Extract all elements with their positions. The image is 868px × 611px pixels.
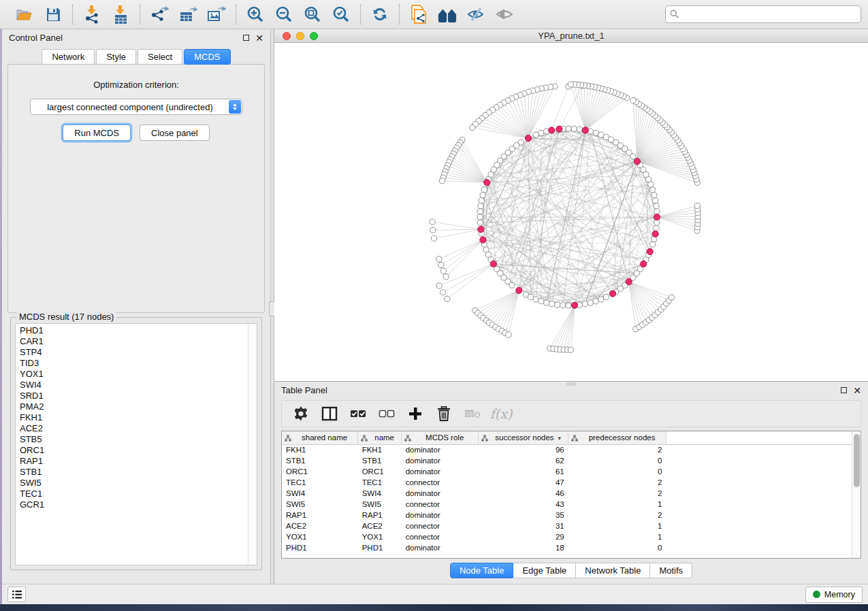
search-input[interactable] <box>665 5 861 23</box>
close-panel-button[interactable]: Close panel <box>140 125 210 141</box>
memory-label: Memory <box>824 590 855 599</box>
column-header-predecessor-nodes[interactable]: predecessor nodes <box>568 431 666 444</box>
table-scrollbar[interactable] <box>852 431 861 558</box>
result-node-item[interactable]: YOX1 <box>20 369 248 380</box>
mcds-hub-node[interactable] <box>626 279 632 285</box>
result-node-item[interactable]: ACE2 <box>20 423 248 434</box>
select-stepper-icon <box>229 100 241 114</box>
table-panel-grip[interactable] <box>566 382 576 386</box>
memory-button[interactable]: Memory <box>805 587 863 603</box>
zoom-out-icon[interactable] <box>274 5 293 24</box>
result-node-item[interactable]: PMA2 <box>20 401 248 412</box>
column-header-MCDS-role[interactable]: MCDS role <box>402 431 479 444</box>
table-row[interactable]: FKH1FKH1dominator962 <box>282 444 852 455</box>
columns-icon[interactable] <box>321 406 338 422</box>
mcds-hub-node[interactable] <box>549 127 555 133</box>
result-node-item[interactable]: ORC1 <box>20 445 248 456</box>
mcds-hub-node[interactable] <box>582 127 588 133</box>
mcds-hub-node[interactable] <box>641 261 647 267</box>
tab-node-table[interactable]: Node Table <box>450 563 514 578</box>
close-table-panel-icon[interactable]: ✕ <box>853 387 861 394</box>
result-node-item[interactable]: CAR1 <box>20 336 248 347</box>
result-node-item[interactable]: RAP1 <box>20 456 248 467</box>
tab-mcds[interactable]: MCDS <box>184 49 230 65</box>
mcds-hub-node[interactable] <box>572 302 578 308</box>
table-row[interactable]: SWI4SWI4dominator462 <box>282 488 852 499</box>
table-row[interactable]: YOX1YOX1connector291 <box>282 531 852 542</box>
mcds-hub-node[interactable] <box>634 159 640 165</box>
settings-gear-icon[interactable] <box>293 406 309 422</box>
delete-column-icon[interactable] <box>436 406 452 422</box>
save-icon[interactable] <box>44 5 63 24</box>
column-header-name[interactable]: name <box>358 431 402 444</box>
table-row[interactable]: ORC1ORC1dominator610 <box>282 466 852 477</box>
export-image-icon[interactable] <box>207 5 226 24</box>
tab-edge-table[interactable]: Edge Table <box>513 563 576 578</box>
result-list-scrollbar[interactable] <box>248 324 257 565</box>
zoom-fit-icon[interactable] <box>303 5 322 24</box>
close-panel-icon[interactable]: ✕ <box>255 35 263 42</box>
network-view[interactable] <box>274 43 868 381</box>
result-node-item[interactable]: STB5 <box>20 434 248 445</box>
refresh-layout-icon[interactable] <box>370 5 389 24</box>
deselect-all-icon[interactable] <box>379 406 395 422</box>
mcds-hub-node[interactable] <box>480 237 486 243</box>
mcds-hub-node[interactable] <box>478 227 484 233</box>
select-all-icon[interactable] <box>350 406 366 422</box>
result-node-item[interactable]: GCR1 <box>20 499 248 510</box>
result-node-item[interactable]: PHD1 <box>20 325 248 336</box>
zoom-selected-icon[interactable] <box>332 5 351 24</box>
table-row[interactable]: PHD1PHD1dominator180 <box>282 542 852 553</box>
export-table-icon[interactable] <box>178 5 197 24</box>
float-table-panel-icon[interactable] <box>841 387 847 393</box>
result-node-item[interactable]: SWI5 <box>20 478 248 489</box>
table-row[interactable]: STB1STB1dominator620 <box>282 455 852 466</box>
float-panel-icon[interactable] <box>243 35 249 41</box>
import-network-icon[interactable] <box>82 5 101 24</box>
mcds-tab-content: Optimization criterion: largest connecte… <box>7 64 265 313</box>
mcds-hub-node[interactable] <box>556 126 562 132</box>
column-header-shared-name[interactable]: shared name <box>282 431 358 444</box>
network-graph[interactable] <box>274 43 866 381</box>
tab-style[interactable]: Style <box>96 49 136 65</box>
tab-motifs[interactable]: Motifs <box>650 563 692 578</box>
export-network-icon[interactable] <box>150 5 169 24</box>
zoom-in-icon[interactable] <box>246 5 265 24</box>
result-node-item[interactable]: STP4 <box>20 347 248 358</box>
import-table-icon[interactable] <box>111 5 130 24</box>
result-node-item[interactable]: TEC1 <box>20 489 248 499</box>
mcds-hub-node[interactable] <box>609 291 615 297</box>
hide-selected-icon[interactable] <box>466 5 485 24</box>
table-row[interactable]: SWI5SWI5connector431 <box>282 499 852 510</box>
tab-network-table[interactable]: Network Table <box>576 563 650 578</box>
mcds-hub-node[interactable] <box>490 261 496 267</box>
result-node-item[interactable]: SWI4 <box>20 380 248 391</box>
mcds-hub-node[interactable] <box>516 287 522 293</box>
table-row[interactable]: ACE2ACE2connector311 <box>282 521 852 531</box>
binoculars-icon[interactable] <box>438 5 457 24</box>
mcds-hub-node[interactable] <box>654 214 660 220</box>
mcds-result-title: MCDS result (17 nodes) <box>16 312 116 322</box>
column-header-successor-nodes[interactable]: successor nodes▾ <box>479 431 568 444</box>
table-row[interactable]: RAP1RAP1dominator352 <box>282 510 852 521</box>
result-node-item[interactable]: FKH1 <box>20 412 248 423</box>
table-scrollbar-thumb[interactable] <box>854 434 860 487</box>
control-panel-tabs: NetworkStyleSelectMCDS <box>2 49 270 65</box>
result-node-item[interactable]: SRD1 <box>20 391 248 401</box>
open-folder-icon[interactable] <box>15 5 34 24</box>
mcds-result-list[interactable]: PHD1CAR1STP4TID3YOX1SWI4SRD1PMA2FKH1ACE2… <box>15 323 257 565</box>
table-row[interactable]: TEC1TEC1connector472 <box>282 477 852 488</box>
tab-select[interactable]: Select <box>138 49 182 65</box>
mcds-hub-node[interactable] <box>652 231 658 237</box>
result-node-item[interactable]: TID3 <box>20 358 248 369</box>
mcds-hub-node[interactable] <box>647 248 653 254</box>
task-history-button[interactable] <box>7 587 26 602</box>
criterion-select[interactable]: largest connected component (undirected) <box>30 99 242 115</box>
tab-network[interactable]: Network <box>42 49 95 65</box>
run-mcds-button[interactable]: Run MCDS <box>63 125 131 141</box>
result-node-item[interactable]: STB1 <box>20 467 248 478</box>
add-column-icon[interactable] <box>407 406 423 422</box>
mcds-hub-node[interactable] <box>484 180 490 186</box>
copy-network-icon[interactable] <box>409 5 428 24</box>
mcds-hub-node[interactable] <box>525 135 531 142</box>
